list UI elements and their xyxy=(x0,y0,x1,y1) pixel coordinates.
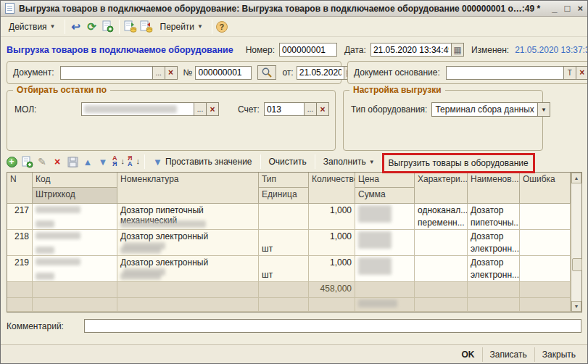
column-header-unit[interactable]: Единица ... xyxy=(259,188,309,204)
clear-table-button[interactable]: Очистить xyxy=(265,155,310,168)
column-header-quantity[interactable]: Количество xyxy=(309,173,355,204)
filter-groupbox: Отбирать остатки по МОЛ: ... × Счет: ...… xyxy=(7,90,336,151)
copy-row-icon xyxy=(21,156,33,168)
column-header-type[interactable]: Тип xyxy=(259,173,309,188)
close-button[interactable]: × xyxy=(577,4,583,14)
totals-cell xyxy=(309,298,355,312)
type-unit-cell: шт xyxy=(259,256,309,282)
delete-row-button[interactable]: × xyxy=(51,155,64,168)
actions-menu-button[interactable]: Действия ▼ xyxy=(4,19,61,35)
arrow-down-icon: ▼ xyxy=(153,157,162,167)
pencil-icon: ✎ xyxy=(38,156,46,167)
set-value-button[interactable]: ▼ Проставить значение xyxy=(149,155,256,169)
comment-row: Комментарий: xyxy=(1,313,587,333)
find-button[interactable] xyxy=(257,65,276,80)
short-name-line1: Дозатор xyxy=(471,231,503,241)
table-row[interactable]: 218 Дозатор электронный шт 1,000 Дозатор… xyxy=(7,230,571,256)
totals-cell xyxy=(33,298,117,312)
redacted-text xyxy=(84,105,177,113)
copy-row-button[interactable] xyxy=(20,155,33,168)
vertical-scrollbar[interactable]: ▲ ▼ xyxy=(571,173,581,312)
post-document-icon xyxy=(124,20,137,33)
post-document-button[interactable] xyxy=(123,20,138,34)
save-button[interactable]: Записать xyxy=(482,347,534,362)
quantity-cell: 1,000 xyxy=(309,204,355,230)
fill-menu-button[interactable]: Заполнить ▼ xyxy=(320,155,378,168)
add-row-button[interactable]: + xyxy=(5,155,18,168)
account-select-button[interactable]: ... xyxy=(305,102,317,116)
date-input[interactable] xyxy=(370,43,452,57)
comment-input[interactable] xyxy=(84,319,581,333)
from-date-input[interactable] xyxy=(297,66,344,80)
basis-input[interactable] xyxy=(446,66,564,80)
scroll-up-button[interactable]: ▲ xyxy=(571,173,581,183)
sort-ascending-button[interactable]: А Я ↓ xyxy=(112,155,125,168)
export-to-device-button[interactable]: Выгрузить товары в оборудование xyxy=(387,157,530,170)
table-row[interactable]: 219 Дозатор электронный шт 1,000 Дозатор… xyxy=(7,256,571,282)
column-header-price[interactable]: Цена xyxy=(355,173,415,188)
scroll-down-button[interactable]: ▼ xyxy=(571,301,581,312)
totals-cell xyxy=(520,282,571,298)
document-label: Документ: xyxy=(13,67,54,78)
date-calendar-button[interactable]: ▦ xyxy=(452,43,464,57)
column-header-error[interactable]: Ошибка xyxy=(520,173,571,204)
mol-clear-button[interactable]: × xyxy=(207,102,219,116)
toolbar-separator xyxy=(315,154,315,169)
basis-clear-button[interactable]: × xyxy=(576,66,588,80)
column-header-sum[interactable]: Сумма xyxy=(355,188,415,204)
copy-new-button[interactable] xyxy=(101,20,115,34)
column-header-nomenclature[interactable]: Номенклатура xyxy=(117,173,259,204)
title-bar: Выгрузка товаров в подключаемое оборудов… xyxy=(1,1,587,17)
equipment-type-select[interactable]: Терминал сбора данных ▼ xyxy=(431,102,550,117)
reread-button[interactable]: ↩ xyxy=(69,20,83,34)
minimize-button[interactable]: _ xyxy=(552,4,557,14)
refresh-button[interactable]: ⟳ xyxy=(85,20,99,34)
toolbar-separator xyxy=(65,20,65,34)
doc-number-input[interactable] xyxy=(195,66,252,80)
close-form-button[interactable]: Закрыть xyxy=(534,347,583,362)
column-header-name[interactable]: Наименов... xyxy=(468,173,520,204)
clear-label: Очистить xyxy=(269,157,307,167)
ok-button[interactable]: OK xyxy=(455,347,482,362)
column-header-code[interactable]: Код xyxy=(33,173,117,188)
fill-label: Заполнить xyxy=(323,157,366,167)
goto-menu-button[interactable]: Перейти ▼ xyxy=(155,19,208,35)
sort-descending-button[interactable]: Я А ↓ xyxy=(127,155,140,168)
column-header-characteristic[interactable]: Характери... xyxy=(415,173,468,204)
reread-icon: ↩ xyxy=(71,20,80,33)
mol-input[interactable] xyxy=(81,102,194,116)
unpost-document-button[interactable] xyxy=(139,20,154,34)
filter-group-title: Отбирать остатки по xyxy=(13,85,110,95)
maximize-button[interactable]: □ xyxy=(565,4,571,14)
totals-cell xyxy=(468,282,520,298)
end-edit-button[interactable] xyxy=(66,155,79,168)
redacted-text xyxy=(358,257,392,275)
basis-type-button[interactable]: T xyxy=(564,66,576,80)
error-cell xyxy=(520,256,571,282)
characteristic-line2: переменн... xyxy=(418,218,465,228)
edit-row-button[interactable]: ✎ xyxy=(36,155,49,168)
number-input[interactable] xyxy=(279,43,337,57)
goto-menu-label: Перейти xyxy=(160,22,195,32)
move-up-button[interactable]: ▲ xyxy=(81,155,94,168)
help-button[interactable]: ? xyxy=(216,21,228,33)
document-clear-button[interactable]: × xyxy=(165,66,178,80)
table-row[interactable]: 217 Дозатор пипеточный механический 1,00… xyxy=(7,204,571,230)
move-down-button[interactable]: ▼ xyxy=(96,155,109,168)
window-title: Выгрузка товаров в подключаемое оборудов… xyxy=(19,4,546,14)
document-select-button[interactable]: ... xyxy=(153,66,165,80)
column-header-barcode[interactable]: Штрихкод xyxy=(33,188,117,204)
column-header-n[interactable]: N xyxy=(7,173,33,204)
sort-letter: А xyxy=(128,160,133,167)
item-name: Дозатор электронный xyxy=(120,231,208,241)
row-number: 217 xyxy=(7,204,33,230)
set-value-label: Проставить значение xyxy=(165,157,252,167)
account-input[interactable] xyxy=(264,102,305,116)
totals-cell xyxy=(117,282,259,298)
account-clear-button[interactable]: × xyxy=(317,102,329,116)
items-table: N Код Номенклатура Тип Количество Цена Х… xyxy=(7,172,582,313)
mol-select-button[interactable]: ... xyxy=(194,102,207,116)
document-row: Документ: ... × № от: ▦ Документ основан… xyxy=(1,61,587,84)
scrollbar-thumb[interactable] xyxy=(572,258,582,271)
document-input[interactable] xyxy=(60,66,153,80)
